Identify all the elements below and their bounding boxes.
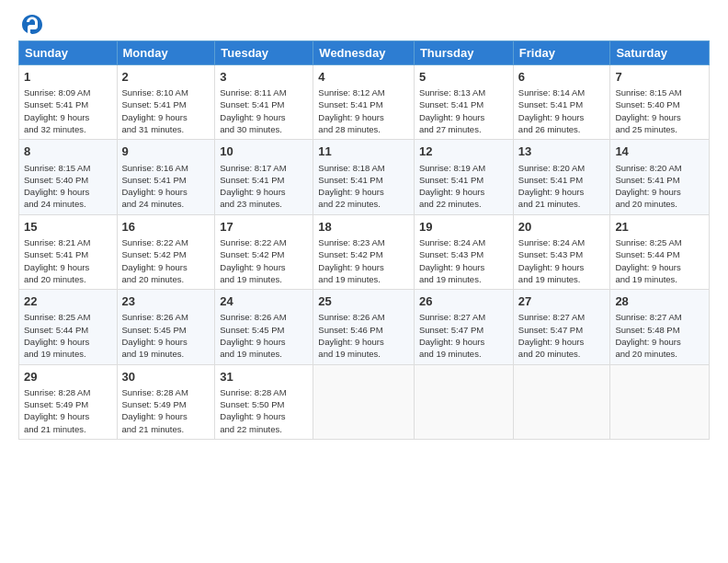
day-info: Sunrise: 8:11 AMSunset: 5:41 PMDaylight:… [220,86,308,135]
calendar-cell: 11Sunrise: 8:18 AMSunset: 5:41 PMDayligh… [313,140,415,214]
day-info: Sunrise: 8:15 AMSunset: 5:40 PMDaylight:… [615,86,704,135]
day-info: Sunrise: 8:28 AMSunset: 5:49 PMDaylight:… [24,386,112,435]
day-number: 20 [518,219,606,236]
calendar-week-row: 29Sunrise: 8:28 AMSunset: 5:49 PMDayligh… [19,364,710,439]
day-number: 1 [24,69,112,86]
day-number: 22 [24,293,112,310]
weekday-header: Monday [117,41,215,65]
day-info: Sunrise: 8:28 AMSunset: 5:50 PMDaylight:… [220,386,308,435]
day-number: 17 [220,219,308,236]
calendar-cell: 27Sunrise: 8:27 AMSunset: 5:47 PMDayligh… [513,290,610,364]
calendar-cell: 25Sunrise: 8:26 AMSunset: 5:46 PMDayligh… [313,290,415,364]
calendar-cell: 24Sunrise: 8:26 AMSunset: 5:45 PMDayligh… [215,290,313,364]
day-info: Sunrise: 8:26 AMSunset: 5:45 PMDaylight:… [220,311,308,360]
day-info: Sunrise: 8:09 AMSunset: 5:41 PMDaylight:… [24,86,112,135]
calendar-cell: 8Sunrise: 8:15 AMSunset: 5:40 PMDaylight… [19,140,118,214]
day-info: Sunrise: 8:20 AMSunset: 5:41 PMDaylight:… [615,162,704,211]
day-number: 4 [318,69,409,86]
calendar-week-row: 1Sunrise: 8:09 AMSunset: 5:41 PMDaylight… [19,65,710,140]
day-number: 14 [615,144,704,160]
calendar-cell [610,364,710,439]
calendar-cell [513,364,610,439]
calendar-cell: 26Sunrise: 8:27 AMSunset: 5:47 PMDayligh… [414,290,513,364]
day-number: 30 [122,369,210,385]
day-number: 12 [419,144,508,160]
calendar-header-row: SundayMondayTuesdayWednesdayThursdayFrid… [19,41,710,65]
weekday-header: Thursday [414,41,513,65]
day-number: 7 [615,69,704,86]
day-info: Sunrise: 8:23 AMSunset: 5:42 PMDaylight:… [318,236,409,285]
day-number: 21 [615,219,704,236]
calendar-cell: 6Sunrise: 8:14 AMSunset: 5:41 PMDaylight… [513,65,610,140]
calendar-week-row: 22Sunrise: 8:25 AMSunset: 5:44 PMDayligh… [19,290,710,364]
day-number: 26 [419,293,508,310]
day-info: Sunrise: 8:28 AMSunset: 5:49 PMDaylight:… [122,386,210,435]
calendar-cell: 4Sunrise: 8:12 AMSunset: 5:41 PMDaylight… [313,65,415,140]
day-info: Sunrise: 8:17 AMSunset: 5:41 PMDaylight:… [220,162,308,211]
calendar-cell: 17Sunrise: 8:22 AMSunset: 5:42 PMDayligh… [215,214,313,289]
calendar-cell: 31Sunrise: 8:28 AMSunset: 5:50 PMDayligh… [215,364,313,439]
day-info: Sunrise: 8:27 AMSunset: 5:48 PMDaylight:… [615,311,704,360]
day-info: Sunrise: 8:18 AMSunset: 5:41 PMDaylight:… [318,162,409,211]
day-number: 5 [419,69,508,86]
calendar-cell: 30Sunrise: 8:28 AMSunset: 5:49 PMDayligh… [117,364,215,439]
weekday-header: Saturday [610,41,710,65]
calendar-cell: 2Sunrise: 8:10 AMSunset: 5:41 PMDaylight… [117,65,215,140]
day-number: 31 [220,369,308,385]
logo-icon [20,13,44,37]
calendar-cell: 12Sunrise: 8:19 AMSunset: 5:41 PMDayligh… [414,140,513,214]
calendar-week-row: 8Sunrise: 8:15 AMSunset: 5:40 PMDaylight… [19,140,710,214]
calendar-cell: 1Sunrise: 8:09 AMSunset: 5:41 PMDaylight… [19,65,118,140]
day-info: Sunrise: 8:24 AMSunset: 5:43 PMDaylight:… [518,236,606,285]
day-info: Sunrise: 8:25 AMSunset: 5:44 PMDaylight:… [24,311,112,360]
day-info: Sunrise: 8:25 AMSunset: 5:44 PMDaylight:… [615,236,704,285]
day-number: 10 [220,144,308,160]
day-number: 15 [24,219,112,236]
day-number: 2 [122,69,210,86]
calendar-cell: 14Sunrise: 8:20 AMSunset: 5:41 PMDayligh… [610,140,710,214]
day-info: Sunrise: 8:20 AMSunset: 5:41 PMDaylight:… [518,162,606,211]
calendar-cell: 5Sunrise: 8:13 AMSunset: 5:41 PMDaylight… [414,65,513,140]
day-number: 23 [122,293,210,310]
day-info: Sunrise: 8:12 AMSunset: 5:41 PMDaylight:… [318,86,409,135]
calendar-cell: 21Sunrise: 8:25 AMSunset: 5:44 PMDayligh… [610,214,710,289]
day-info: Sunrise: 8:27 AMSunset: 5:47 PMDaylight:… [419,311,508,360]
calendar-cell: 10Sunrise: 8:17 AMSunset: 5:41 PMDayligh… [215,140,313,214]
day-info: Sunrise: 8:21 AMSunset: 5:41 PMDaylight:… [24,236,112,285]
calendar-cell: 9Sunrise: 8:16 AMSunset: 5:41 PMDaylight… [117,140,215,214]
day-info: Sunrise: 8:26 AMSunset: 5:45 PMDaylight:… [122,311,210,360]
day-number: 29 [24,369,112,385]
calendar-cell: 23Sunrise: 8:26 AMSunset: 5:45 PMDayligh… [117,290,215,364]
weekday-header: Tuesday [215,41,313,65]
calendar-table: SundayMondayTuesdayWednesdayThursdayFrid… [18,40,710,440]
day-info: Sunrise: 8:15 AMSunset: 5:40 PMDaylight:… [24,162,112,211]
day-number: 16 [122,219,210,236]
calendar-cell: 18Sunrise: 8:23 AMSunset: 5:42 PMDayligh… [313,214,415,289]
day-info: Sunrise: 8:22 AMSunset: 5:42 PMDaylight:… [122,236,210,285]
day-info: Sunrise: 8:19 AMSunset: 5:41 PMDaylight:… [419,162,508,211]
day-info: Sunrise: 8:16 AMSunset: 5:41 PMDaylight:… [122,162,210,211]
day-number: 19 [419,219,508,236]
weekday-header: Sunday [19,41,118,65]
calendar-cell [414,364,513,439]
day-number: 9 [122,144,210,160]
day-info: Sunrise: 8:22 AMSunset: 5:42 PMDaylight:… [220,236,308,285]
calendar-cell: 16Sunrise: 8:22 AMSunset: 5:42 PMDayligh… [117,214,215,289]
calendar-cell: 22Sunrise: 8:25 AMSunset: 5:44 PMDayligh… [19,290,118,364]
logo [18,15,44,35]
day-info: Sunrise: 8:24 AMSunset: 5:43 PMDaylight:… [419,236,508,285]
day-info: Sunrise: 8:10 AMSunset: 5:41 PMDaylight:… [122,86,210,135]
day-info: Sunrise: 8:26 AMSunset: 5:46 PMDaylight:… [318,311,409,360]
calendar-cell: 28Sunrise: 8:27 AMSunset: 5:48 PMDayligh… [610,290,710,364]
calendar-cell: 13Sunrise: 8:20 AMSunset: 5:41 PMDayligh… [513,140,610,214]
day-info: Sunrise: 8:13 AMSunset: 5:41 PMDaylight:… [419,86,508,135]
day-number: 18 [318,219,409,236]
day-number: 3 [220,69,308,86]
calendar-cell: 3Sunrise: 8:11 AMSunset: 5:41 PMDaylight… [215,65,313,140]
day-number: 24 [220,293,308,310]
weekday-header: Wednesday [313,41,415,65]
day-number: 13 [518,144,606,160]
day-number: 8 [24,144,112,160]
calendar-cell: 20Sunrise: 8:24 AMSunset: 5:43 PMDayligh… [513,214,610,289]
calendar-cell: 7Sunrise: 8:15 AMSunset: 5:40 PMDaylight… [610,65,710,140]
